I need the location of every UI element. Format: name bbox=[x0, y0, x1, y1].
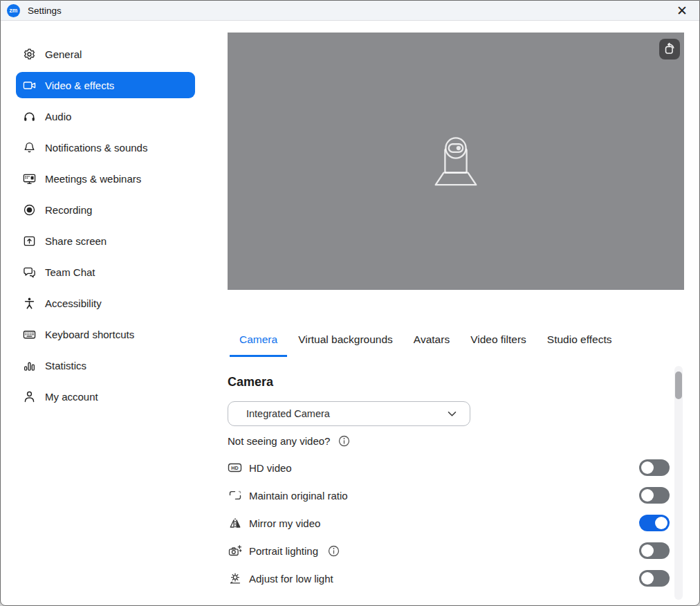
video-help-text[interactable]: Not seeing any video? bbox=[228, 435, 330, 447]
low-light-icon bbox=[228, 571, 242, 585]
svg-text:HD: HD bbox=[231, 465, 238, 471]
gear-icon bbox=[22, 47, 36, 61]
record-icon bbox=[22, 203, 36, 217]
sidebar-item-keyboard-shortcuts[interactable]: Keyboard shortcuts bbox=[16, 321, 195, 347]
setting-label: Portrait lighting bbox=[249, 545, 318, 557]
sidebar-item-label: Team Chat bbox=[45, 266, 95, 278]
headphones-icon bbox=[22, 109, 36, 123]
rotate-camera-button[interactable] bbox=[659, 39, 680, 59]
setting-row-portrait-lighting: Portrait lighting bbox=[228, 537, 684, 564]
tab-studio-effects[interactable]: Studio effects bbox=[537, 333, 622, 357]
sidebar-item-label: Notifications & sounds bbox=[45, 142, 147, 154]
sidebar-item-my-account[interactable]: My account bbox=[16, 383, 195, 410]
scrollbar-thumb[interactable] bbox=[675, 371, 682, 399]
sidebar-item-share-screen[interactable]: Share screen bbox=[16, 228, 195, 254]
keyboard-icon bbox=[22, 327, 36, 341]
scrollbar[interactable] bbox=[674, 366, 683, 600]
webcam-icon bbox=[429, 136, 483, 190]
tab-avatars[interactable]: Avatars bbox=[404, 333, 459, 357]
webinar-screen-icon bbox=[22, 172, 36, 185]
sidebar-item-label: My account bbox=[45, 391, 98, 403]
accessibility-icon bbox=[22, 296, 36, 310]
video-help-row: Not seeing any video? bbox=[228, 435, 684, 447]
setting-row-low-light: Adjust for low light bbox=[228, 564, 684, 592]
mirror-video-toggle[interactable] bbox=[639, 515, 670, 531]
sidebar-item-label: Statistics bbox=[45, 360, 86, 371]
mirror-icon bbox=[228, 516, 242, 530]
setting-label: Mirror my video bbox=[249, 517, 320, 529]
sidebar-item-label: Accessibility bbox=[45, 297, 102, 309]
main-content: Camera Virtual backgrounds Avatars Video… bbox=[228, 33, 684, 592]
video-camera-icon bbox=[22, 78, 36, 92]
person-icon bbox=[22, 389, 36, 403]
sidebar-item-recording[interactable]: Recording bbox=[16, 196, 195, 223]
bar-chart-icon bbox=[22, 358, 36, 372]
toggle-knob bbox=[655, 517, 667, 529]
info-icon[interactable] bbox=[328, 545, 340, 557]
setting-label: HD video bbox=[249, 462, 292, 474]
sidebar-item-notifications[interactable]: Notifications & sounds bbox=[16, 134, 195, 160]
sidebar-item-label: Share screen bbox=[45, 235, 107, 247]
toggle-knob bbox=[641, 544, 654, 557]
rotate-icon bbox=[663, 42, 676, 56]
sidebar-item-label: Meetings & webinars bbox=[45, 173, 141, 185]
setting-row-hd-video: HD HD video bbox=[228, 454, 684, 481]
setting-row-mirror-video: Mirror my video bbox=[228, 509, 684, 537]
toggle-knob bbox=[641, 461, 654, 474]
titlebar: zm Settings ✕ bbox=[1, 1, 699, 21]
chevron-down-icon bbox=[448, 411, 457, 417]
sidebar-item-statistics[interactable]: Statistics bbox=[16, 352, 195, 378]
hd-video-toggle[interactable] bbox=[639, 459, 670, 476]
info-icon[interactable] bbox=[338, 435, 350, 447]
setting-row-maintain-ratio: Maintain original ratio bbox=[228, 481, 684, 509]
bell-icon bbox=[22, 140, 36, 154]
video-tabs: Camera Virtual backgrounds Avatars Video… bbox=[230, 333, 684, 357]
sidebar-item-label: Recording bbox=[45, 204, 92, 216]
camera-device-value: Integrated Camera bbox=[246, 408, 330, 419]
tab-virtual-backgrounds[interactable]: Virtual backgrounds bbox=[288, 333, 403, 357]
tab-camera[interactable]: Camera bbox=[230, 333, 287, 357]
setting-label: Adjust for low light bbox=[249, 573, 333, 585]
sidebar-item-label: Video & effects bbox=[45, 80, 114, 91]
sidebar-item-label: General bbox=[45, 48, 82, 60]
tab-video-filters[interactable]: Video filters bbox=[461, 333, 536, 357]
sidebar-item-label: Keyboard shortcuts bbox=[45, 329, 134, 340]
window-title: Settings bbox=[28, 6, 62, 16]
settings-window: zm Settings ✕ General Video & effects bbox=[0, 0, 700, 606]
sidebar-item-label: Audio bbox=[45, 111, 71, 122]
video-preview bbox=[228, 33, 684, 290]
sidebar: General Video & effects Audio bbox=[1, 21, 208, 414]
portrait-lighting-toggle[interactable] bbox=[639, 542, 670, 559]
camera-device-select[interactable]: Integrated Camera bbox=[228, 401, 470, 426]
sidebar-item-meetings-webinars[interactable]: Meetings & webinars bbox=[16, 165, 195, 192]
video-settings-list: HD HD video Maintain original ratio bbox=[228, 454, 684, 592]
sidebar-item-audio[interactable]: Audio bbox=[16, 103, 195, 129]
close-icon[interactable]: ✕ bbox=[673, 2, 691, 19]
share-screen-icon bbox=[22, 234, 36, 248]
chat-bubbles-icon bbox=[22, 265, 36, 279]
aspect-ratio-icon bbox=[228, 488, 242, 502]
portrait-lighting-icon bbox=[228, 544, 242, 558]
zoom-logo: zm bbox=[7, 4, 20, 17]
maintain-ratio-toggle[interactable] bbox=[639, 487, 670, 504]
low-light-toggle[interactable] bbox=[639, 570, 670, 587]
sidebar-item-general[interactable]: General bbox=[16, 41, 195, 67]
hd-icon: HD bbox=[228, 461, 242, 475]
camera-section-heading: Camera bbox=[228, 375, 684, 389]
sidebar-item-accessibility[interactable]: Accessibility bbox=[16, 290, 195, 316]
sidebar-item-team-chat[interactable]: Team Chat bbox=[16, 259, 195, 285]
toggle-knob bbox=[641, 489, 654, 502]
setting-label: Maintain original ratio bbox=[249, 490, 348, 502]
sidebar-item-video-effects[interactable]: Video & effects bbox=[16, 72, 195, 98]
toggle-knob bbox=[641, 572, 654, 585]
